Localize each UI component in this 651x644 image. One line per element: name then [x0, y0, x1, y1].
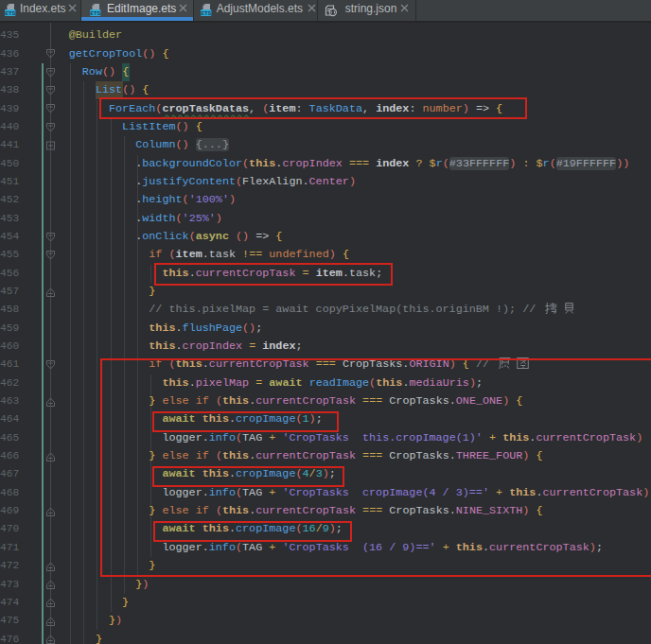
svg-text:ETS: ETS	[201, 9, 211, 15]
svg-text:ETS: ETS	[6, 9, 16, 15]
svg-text:ETS: ETS	[90, 9, 100, 15]
